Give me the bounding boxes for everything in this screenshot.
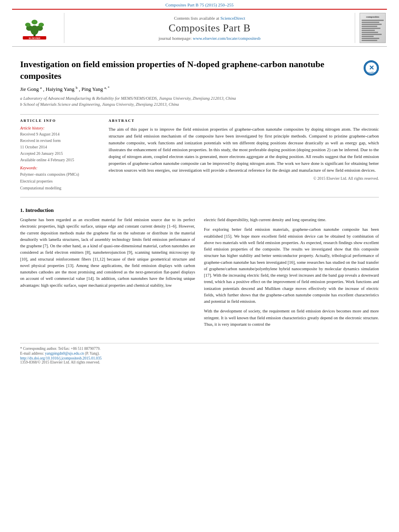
svg-point-5 <box>38 23 43 27</box>
section-divider-1 <box>20 114 379 115</box>
history-label: Article history: <box>20 126 101 130</box>
svg-text:✕: ✕ <box>369 64 374 71</box>
journal-title-header: Composites Part B <box>169 22 251 34</box>
article-title: Investigation on field emission properti… <box>20 59 358 82</box>
article-title-section: Investigation on field emission properti… <box>20 59 379 82</box>
email-label: E-mail address: <box>20 351 44 355</box>
affil-sup-a1: a <box>40 86 42 90</box>
abstract-col: ABSTRACT The aim of this paper is to imp… <box>109 119 379 191</box>
article-body: Investigation on field emission properti… <box>0 47 399 373</box>
keywords-list: Polymer–matrix composites (PMCs) Electri… <box>20 171 101 191</box>
date-revised: 11 October 2014 <box>20 144 101 150</box>
author-jie-gong: Jie Gong <box>20 86 39 92</box>
affil-sup-b: b <box>76 86 78 90</box>
info-abstract-section: ARTICLE INFO Article history: Received 9… <box>20 119 379 191</box>
svg-point-6 <box>31 20 37 25</box>
date-accepted: Accepted 26 January 2015 <box>20 150 101 157</box>
introduction-section: 1. Introduction Graphene has been regard… <box>20 207 379 331</box>
abstract-heading: ABSTRACT <box>109 119 379 123</box>
author-haiying-yang: Haiying Yang <box>46 86 75 92</box>
journal-cover-thumb: composites <box>355 13 387 43</box>
affil-a: a Laboratory of Advanced Manufacturing &… <box>20 95 379 102</box>
doi-line[interactable]: http://dx.doi.org/10.1016/j.jcompositesb… <box>20 356 379 360</box>
section-heading: Introduction <box>25 207 54 213</box>
header-box: ELSEVIER Contents lists available at Sci… <box>12 9 387 47</box>
article-info-col: ARTICLE INFO Article history: Received 9… <box>20 119 101 191</box>
keyword-2: Electrical properties <box>20 178 101 185</box>
date-received-revised: Received in revised form <box>20 138 101 144</box>
svg-text:ELSEVIER: ELSEVIER <box>29 37 41 39</box>
authors-line: Jie Gong a , Haiying Yang b , Ping Yang … <box>20 86 379 92</box>
intro-col-right: electric field dispersibility, high curr… <box>204 217 379 331</box>
email-link[interactable]: yangpingdn0@ujs.edu.cn <box>45 351 84 355</box>
body-two-col: Graphene has been regarded as an excelle… <box>20 217 379 331</box>
affil-sup-a2: a, * <box>104 86 109 90</box>
science-direct-link[interactable]: ScienceDirect <box>220 16 245 21</box>
journal-homepage-line: journal homepage: www.elsevier.com/locat… <box>158 36 260 41</box>
elsevier-logo: ELSEVIER <box>16 15 56 41</box>
crossmark-badge: ✕ CrossMark <box>364 60 379 76</box>
info-dates: Received 9 August 2014 Received in revis… <box>20 131 101 163</box>
author-ping-yang: Ping Yang <box>82 86 103 92</box>
header-center: Contents lists available at ScienceDirec… <box>64 13 355 43</box>
issn-line: 1359-8368/© 2015 Elsevier Ltd. All right… <box>20 360 379 364</box>
keyword-3: Computational modelling <box>20 185 101 191</box>
intro-para-1: Graphene has been regarded as an excelle… <box>20 217 195 289</box>
keyword-1: Polymer–matrix composites (PMCs) <box>20 171 101 178</box>
journal-homepage-link[interactable]: www.elsevier.com/locate/compositesb <box>193 36 261 41</box>
date-received: Received 9 August 2014 <box>20 131 101 138</box>
section-number: 1. <box>20 207 24 213</box>
article-footer: * Corresponding author. Tel/fax: +86 511… <box>20 343 379 364</box>
email-note: E-mail address: yangpingdn0@ujs.edu.cn (… <box>20 351 379 355</box>
elsevier-logo-area: ELSEVIER <box>12 13 64 43</box>
corresponding-note: * Corresponding author. Tel/fax: +86 511… <box>20 347 379 351</box>
svg-point-4 <box>25 23 30 27</box>
contents-line: Contents lists available at ScienceDirec… <box>174 16 245 21</box>
svg-text:CrossMark: CrossMark <box>366 71 377 74</box>
article-info-heading: ARTICLE INFO <box>20 119 101 123</box>
affil-b: b School of Materials Science and Engine… <box>20 101 379 108</box>
journal-ref-text: Composites Part B 75 (2015) 250–255 <box>165 2 234 7</box>
section-title: 1. Introduction <box>20 207 379 214</box>
copyright-line: © 2015 Elsevier Ltd. All rights reserved… <box>109 176 379 181</box>
journal-thumbnail: composites <box>360 13 386 43</box>
intro-para-right-2: For exploring better field emission mate… <box>204 226 379 305</box>
crossmark-icon: ✕ CrossMark <box>365 62 378 74</box>
intro-col-left: Graphene has been regarded as an excelle… <box>20 217 195 331</box>
date-available: Available online 4 February 2015 <box>20 157 101 163</box>
email-person: (P. Yang). <box>85 351 100 355</box>
corresponding-text: * Corresponding author. Tel/fax: +86 511… <box>20 347 101 351</box>
journal-ref-bar: Composites Part B 75 (2015) 250–255 <box>0 0 399 9</box>
abstract-text: The aim of this paper is to improve the … <box>109 126 379 174</box>
section-divider-2 <box>20 197 379 197</box>
intro-para-right-1: electric field dispersibility, high curr… <box>204 217 379 223</box>
page: Composites Part B 75 (2015) 250–255 ELSE… <box>0 0 399 532</box>
intro-para-right-3: With the development of society, the req… <box>204 308 379 328</box>
affiliations: a Laboratory of Advanced Manufacturing &… <box>20 95 379 108</box>
keywords-label: Keywords: <box>20 166 101 170</box>
